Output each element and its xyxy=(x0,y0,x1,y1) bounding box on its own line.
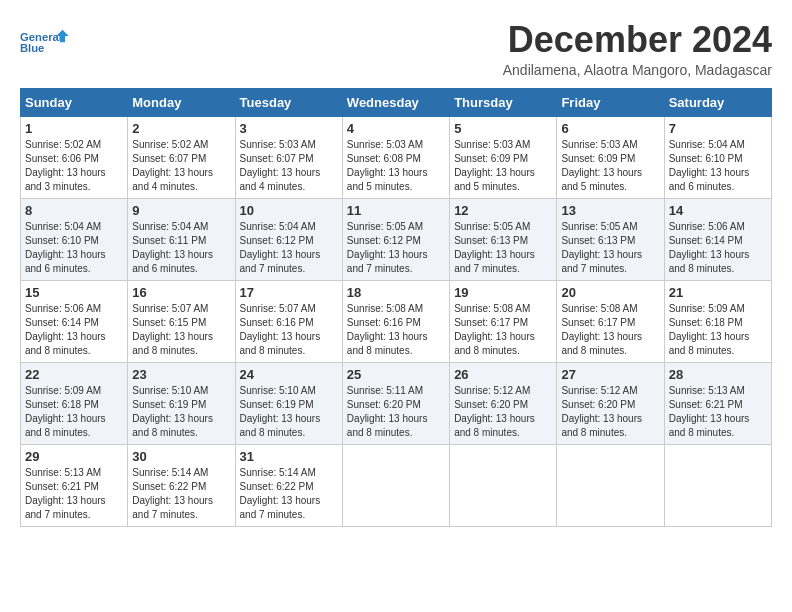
header-tuesday: Tuesday xyxy=(235,88,342,116)
calendar-cell: 4 Sunrise: 5:03 AMSunset: 6:08 PMDayligh… xyxy=(342,116,449,198)
day-number: 23 xyxy=(132,367,230,382)
day-number: 29 xyxy=(25,449,123,464)
calendar-cell: 24 Sunrise: 5:10 AMSunset: 6:19 PMDaylig… xyxy=(235,362,342,444)
cell-info: Sunrise: 5:06 AMSunset: 6:14 PMDaylight:… xyxy=(25,302,123,358)
calendar-cell: 6 Sunrise: 5:03 AMSunset: 6:09 PMDayligh… xyxy=(557,116,664,198)
calendar-cell: 27 Sunrise: 5:12 AMSunset: 6:20 PMDaylig… xyxy=(557,362,664,444)
cell-info: Sunrise: 5:05 AMSunset: 6:13 PMDaylight:… xyxy=(561,220,659,276)
cell-info: Sunrise: 5:05 AMSunset: 6:13 PMDaylight:… xyxy=(454,220,552,276)
calendar-cell: 1 Sunrise: 5:02 AMSunset: 6:06 PMDayligh… xyxy=(21,116,128,198)
calendar-cell xyxy=(342,444,449,526)
calendar-cell: 7 Sunrise: 5:04 AMSunset: 6:10 PMDayligh… xyxy=(664,116,771,198)
day-number: 31 xyxy=(240,449,338,464)
location-subtitle: Andilamena, Alaotra Mangoro, Madagascar xyxy=(503,62,772,78)
day-number: 25 xyxy=(347,367,445,382)
calendar-cell: 28 Sunrise: 5:13 AMSunset: 6:21 PMDaylig… xyxy=(664,362,771,444)
calendar-cell: 25 Sunrise: 5:11 AMSunset: 6:20 PMDaylig… xyxy=(342,362,449,444)
cell-info: Sunrise: 5:09 AMSunset: 6:18 PMDaylight:… xyxy=(25,384,123,440)
cell-info: Sunrise: 5:03 AMSunset: 6:09 PMDaylight:… xyxy=(454,138,552,194)
logo: General Blue xyxy=(20,20,70,65)
cell-info: Sunrise: 5:06 AMSunset: 6:14 PMDaylight:… xyxy=(669,220,767,276)
month-title: December 2024 xyxy=(503,20,772,60)
day-number: 10 xyxy=(240,203,338,218)
day-number: 22 xyxy=(25,367,123,382)
calendar-cell: 2 Sunrise: 5:02 AMSunset: 6:07 PMDayligh… xyxy=(128,116,235,198)
header-friday: Friday xyxy=(557,88,664,116)
calendar-cell: 13 Sunrise: 5:05 AMSunset: 6:13 PMDaylig… xyxy=(557,198,664,280)
calendar-cell: 10 Sunrise: 5:04 AMSunset: 6:12 PMDaylig… xyxy=(235,198,342,280)
cell-info: Sunrise: 5:12 AMSunset: 6:20 PMDaylight:… xyxy=(561,384,659,440)
header-saturday: Saturday xyxy=(664,88,771,116)
day-number: 21 xyxy=(669,285,767,300)
day-number: 3 xyxy=(240,121,338,136)
day-number: 2 xyxy=(132,121,230,136)
cell-info: Sunrise: 5:14 AMSunset: 6:22 PMDaylight:… xyxy=(240,466,338,522)
day-number: 7 xyxy=(669,121,767,136)
calendar-cell: 21 Sunrise: 5:09 AMSunset: 6:18 PMDaylig… xyxy=(664,280,771,362)
cell-info: Sunrise: 5:04 AMSunset: 6:11 PMDaylight:… xyxy=(132,220,230,276)
calendar-cell: 30 Sunrise: 5:14 AMSunset: 6:22 PMDaylig… xyxy=(128,444,235,526)
cell-info: Sunrise: 5:07 AMSunset: 6:15 PMDaylight:… xyxy=(132,302,230,358)
day-number: 15 xyxy=(25,285,123,300)
calendar-cell: 3 Sunrise: 5:03 AMSunset: 6:07 PMDayligh… xyxy=(235,116,342,198)
calendar-cell: 31 Sunrise: 5:14 AMSunset: 6:22 PMDaylig… xyxy=(235,444,342,526)
day-number: 30 xyxy=(132,449,230,464)
cell-info: Sunrise: 5:07 AMSunset: 6:16 PMDaylight:… xyxy=(240,302,338,358)
header-sunday: Sunday xyxy=(21,88,128,116)
day-number: 13 xyxy=(561,203,659,218)
day-number: 18 xyxy=(347,285,445,300)
calendar-cell: 26 Sunrise: 5:12 AMSunset: 6:20 PMDaylig… xyxy=(450,362,557,444)
cell-info: Sunrise: 5:11 AMSunset: 6:20 PMDaylight:… xyxy=(347,384,445,440)
day-number: 24 xyxy=(240,367,338,382)
day-number: 11 xyxy=(347,203,445,218)
calendar-cell: 16 Sunrise: 5:07 AMSunset: 6:15 PMDaylig… xyxy=(128,280,235,362)
svg-text:General: General xyxy=(20,31,62,43)
calendar-week-row: 8 Sunrise: 5:04 AMSunset: 6:10 PMDayligh… xyxy=(21,198,772,280)
calendar-cell: 12 Sunrise: 5:05 AMSunset: 6:13 PMDaylig… xyxy=(450,198,557,280)
day-number: 4 xyxy=(347,121,445,136)
calendar-cell: 29 Sunrise: 5:13 AMSunset: 6:21 PMDaylig… xyxy=(21,444,128,526)
cell-info: Sunrise: 5:14 AMSunset: 6:22 PMDaylight:… xyxy=(132,466,230,522)
cell-info: Sunrise: 5:08 AMSunset: 6:16 PMDaylight:… xyxy=(347,302,445,358)
header-wednesday: Wednesday xyxy=(342,88,449,116)
cell-info: Sunrise: 5:03 AMSunset: 6:09 PMDaylight:… xyxy=(561,138,659,194)
calendar-cell: 23 Sunrise: 5:10 AMSunset: 6:19 PMDaylig… xyxy=(128,362,235,444)
cell-info: Sunrise: 5:13 AMSunset: 6:21 PMDaylight:… xyxy=(25,466,123,522)
calendar-week-row: 29 Sunrise: 5:13 AMSunset: 6:21 PMDaylig… xyxy=(21,444,772,526)
logo-icon: General Blue xyxy=(20,20,70,65)
calendar-cell: 19 Sunrise: 5:08 AMSunset: 6:17 PMDaylig… xyxy=(450,280,557,362)
day-number: 14 xyxy=(669,203,767,218)
calendar-cell: 17 Sunrise: 5:07 AMSunset: 6:16 PMDaylig… xyxy=(235,280,342,362)
calendar-cell: 14 Sunrise: 5:06 AMSunset: 6:14 PMDaylig… xyxy=(664,198,771,280)
cell-info: Sunrise: 5:02 AMSunset: 6:07 PMDaylight:… xyxy=(132,138,230,194)
cell-info: Sunrise: 5:05 AMSunset: 6:12 PMDaylight:… xyxy=(347,220,445,276)
day-number: 1 xyxy=(25,121,123,136)
cell-info: Sunrise: 5:04 AMSunset: 6:10 PMDaylight:… xyxy=(25,220,123,276)
calendar-cell xyxy=(664,444,771,526)
calendar-header-row: SundayMondayTuesdayWednesdayThursdayFrid… xyxy=(21,88,772,116)
calendar-cell: 8 Sunrise: 5:04 AMSunset: 6:10 PMDayligh… xyxy=(21,198,128,280)
cell-info: Sunrise: 5:12 AMSunset: 6:20 PMDaylight:… xyxy=(454,384,552,440)
day-number: 28 xyxy=(669,367,767,382)
calendar-cell: 11 Sunrise: 5:05 AMSunset: 6:12 PMDaylig… xyxy=(342,198,449,280)
header-thursday: Thursday xyxy=(450,88,557,116)
calendar-cell: 18 Sunrise: 5:08 AMSunset: 6:16 PMDaylig… xyxy=(342,280,449,362)
cell-info: Sunrise: 5:09 AMSunset: 6:18 PMDaylight:… xyxy=(669,302,767,358)
calendar-week-row: 15 Sunrise: 5:06 AMSunset: 6:14 PMDaylig… xyxy=(21,280,772,362)
day-number: 26 xyxy=(454,367,552,382)
day-number: 17 xyxy=(240,285,338,300)
cell-info: Sunrise: 5:13 AMSunset: 6:21 PMDaylight:… xyxy=(669,384,767,440)
svg-text:Blue: Blue xyxy=(20,42,44,54)
title-block: December 2024 Andilamena, Alaotra Mangor… xyxy=(503,20,772,78)
day-number: 6 xyxy=(561,121,659,136)
header-monday: Monday xyxy=(128,88,235,116)
calendar-table: SundayMondayTuesdayWednesdayThursdayFrid… xyxy=(20,88,772,527)
calendar-week-row: 22 Sunrise: 5:09 AMSunset: 6:18 PMDaylig… xyxy=(21,362,772,444)
cell-info: Sunrise: 5:10 AMSunset: 6:19 PMDaylight:… xyxy=(132,384,230,440)
cell-info: Sunrise: 5:08 AMSunset: 6:17 PMDaylight:… xyxy=(454,302,552,358)
day-number: 19 xyxy=(454,285,552,300)
cell-info: Sunrise: 5:03 AMSunset: 6:08 PMDaylight:… xyxy=(347,138,445,194)
calendar-cell xyxy=(450,444,557,526)
cell-info: Sunrise: 5:03 AMSunset: 6:07 PMDaylight:… xyxy=(240,138,338,194)
day-number: 27 xyxy=(561,367,659,382)
